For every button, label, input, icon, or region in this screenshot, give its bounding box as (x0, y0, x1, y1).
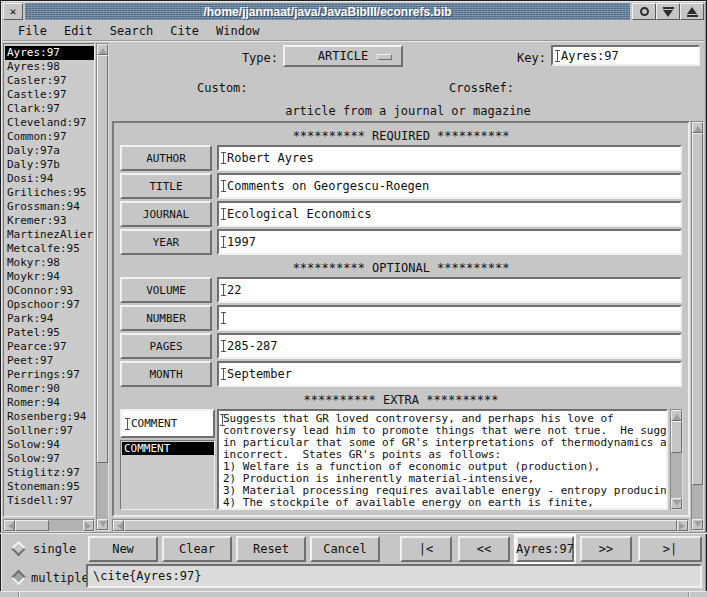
scroll-up-arrow-icon[interactable] (97, 44, 108, 55)
citation-key-item[interactable]: Castle:97 (5, 88, 94, 102)
citation-key-item[interactable]: Romer:90 (5, 382, 94, 396)
titlebar[interactable]: ✕ /home/jjanmaat/java/JavaBibIII/econref… (3, 3, 704, 20)
action-button[interactable]: Clear (162, 536, 232, 562)
action-button[interactable]: New (88, 536, 158, 562)
citation-key-item[interactable]: Perrings:97 (5, 368, 94, 382)
scroll-up-arrow-icon[interactable] (671, 410, 682, 421)
scroll-right-arrow-icon[interactable] (83, 520, 94, 531)
scroll-down-arrow-icon[interactable] (97, 519, 108, 530)
citation-key-item[interactable]: OConnor:93 (5, 284, 94, 298)
extra-field-name-input[interactable]: COMMENT (120, 409, 215, 438)
citation-key-item[interactable]: Casler:97 (5, 74, 94, 88)
citation-key-item[interactable]: Grossman:94 (5, 200, 94, 214)
scroll-right-arrow-icon[interactable] (677, 520, 688, 531)
single-mode-label[interactable]: single (33, 542, 76, 556)
field-label-button[interactable]: NUMBER (120, 305, 212, 331)
citation-key-item[interactable]: Romer:94 (5, 396, 94, 410)
scroll-up-arrow-icon[interactable] (692, 122, 703, 133)
citation-key-item[interactable]: Solow:97 (5, 452, 94, 466)
field-label-button[interactable]: AUTHOR (120, 145, 212, 171)
nav-button[interactable]: |< (400, 536, 452, 562)
key-input[interactable]: Ayres:97 (551, 45, 700, 66)
scrollbar-trough[interactable] (49, 520, 83, 531)
textarea-vertical-scrollbar (670, 409, 683, 510)
field-input[interactable]: Ecological Economics (217, 201, 682, 227)
extra-field-list-item[interactable]: COMMENT (122, 442, 214, 455)
multiple-mode-label[interactable]: multiple (31, 571, 89, 585)
field-input[interactable]: September (217, 361, 682, 387)
field-input[interactable] (217, 305, 682, 331)
citation-key-item[interactable]: Cleveland:97 (5, 116, 94, 130)
scrollbar-thumb[interactable] (97, 55, 108, 463)
scroll-left-arrow-icon[interactable] (113, 520, 124, 531)
field-input[interactable]: 1997 (217, 229, 682, 255)
text-caret-icon (221, 312, 226, 324)
field-input[interactable]: Robert Ayres (217, 145, 682, 171)
citation-key-item[interactable]: Moykr:94 (5, 270, 94, 284)
citation-key-item[interactable]: Peet:97 (5, 354, 94, 368)
window-menu-button[interactable] (632, 3, 656, 20)
citation-key-item[interactable]: Dosi:94 (5, 172, 94, 186)
menu-item[interactable]: Window (214, 23, 261, 39)
nav-button[interactable]: >| (638, 536, 702, 562)
action-button[interactable]: Reset (236, 536, 306, 562)
field-label-button[interactable]: MONTH (120, 361, 212, 387)
citation-key-item[interactable]: Clark:97 (5, 102, 94, 116)
resize-handle[interactable] (0, 591, 707, 597)
field-row: NUMBER (120, 305, 682, 331)
field-label-button[interactable]: JOURNAL (120, 201, 212, 227)
nav-button[interactable]: >> (580, 536, 632, 562)
citation-key-item[interactable]: Rosenberg:94 (5, 410, 94, 424)
citation-key-item[interactable]: Metcalfe:95 (5, 242, 94, 256)
scroll-down-arrow-icon[interactable] (692, 519, 703, 530)
citation-key-item[interactable]: Mokyr:98 (5, 256, 94, 270)
scrollbar-trough[interactable] (671, 453, 682, 498)
type-dropdown[interactable]: ARTICLE (283, 45, 403, 67)
scrollbar-thumb[interactable] (124, 520, 677, 531)
citation-key-item[interactable]: Daly:97b (5, 158, 94, 172)
citation-key-item[interactable]: Griliches:95 (5, 186, 94, 200)
field-label-button[interactable]: TITLE (120, 173, 212, 199)
field-input[interactable]: 22 (217, 277, 682, 303)
field-label-button[interactable]: PAGES (120, 333, 212, 359)
citation-key-item[interactable]: Ayres:97 (5, 46, 94, 60)
menu-item[interactable]: File (16, 23, 49, 39)
action-button[interactable]: Cancel (310, 536, 380, 562)
scrollbar-thumb[interactable] (15, 520, 49, 531)
citation-key-item[interactable]: Pearce:97 (5, 340, 94, 354)
text-caret-icon (221, 236, 226, 248)
field-input[interactable]: Comments on Georgescu-Roegen (217, 173, 682, 199)
scrollbar-trough[interactable] (692, 485, 703, 519)
field-input[interactable]: 285-287 (217, 333, 682, 359)
raise-button[interactable] (680, 3, 704, 20)
scrollbar-thumb[interactable] (671, 421, 682, 453)
menu-item[interactable]: Edit (62, 23, 95, 39)
citation-key-item[interactable]: Kremer:93 (5, 214, 94, 228)
citation-key-item[interactable]: Ayres:98 (5, 60, 94, 74)
citation-key-item[interactable]: Stoneman:95 (5, 480, 94, 494)
citation-key-item[interactable]: Park:94 (5, 312, 94, 326)
scroll-down-arrow-icon[interactable] (671, 498, 682, 509)
nav-button[interactable]: << (458, 536, 510, 562)
menu-item[interactable]: Search (108, 23, 155, 39)
scroll-left-arrow-icon[interactable] (4, 520, 15, 531)
scrollbar-trough[interactable] (97, 463, 108, 519)
citation-key-item[interactable]: Tisdell:97 (5, 494, 94, 508)
citation-key-item[interactable]: Stiglitz:97 (5, 466, 94, 480)
citation-key-item[interactable]: Daly:97a (5, 144, 94, 158)
field-label-button[interactable]: YEAR (120, 229, 212, 255)
citation-key-item[interactable]: Opschoor:97 (5, 298, 94, 312)
citation-key-item[interactable]: Sollner:97 (5, 424, 94, 438)
menu-item[interactable]: Cite (168, 23, 201, 39)
citation-key-item[interactable]: Patel:95 (5, 326, 94, 340)
extra-text-area[interactable]: Suggests that GR loved controversy, and … (217, 409, 668, 510)
field-label-button[interactable]: VOLUME (120, 277, 212, 303)
close-button[interactable]: ✕ (3, 3, 23, 20)
shade-button[interactable] (656, 3, 680, 20)
nav-button[interactable]: Ayres:97 (516, 536, 574, 562)
scrollbar-thumb[interactable] (692, 133, 703, 485)
citation-key-item[interactable]: Solow:94 (5, 438, 94, 452)
citation-key-item[interactable]: MartinezAlier:9 (5, 228, 94, 242)
cite-command-field[interactable]: \cite{Ayres:97} (86, 564, 702, 588)
citation-key-item[interactable]: Common:97 (5, 130, 94, 144)
